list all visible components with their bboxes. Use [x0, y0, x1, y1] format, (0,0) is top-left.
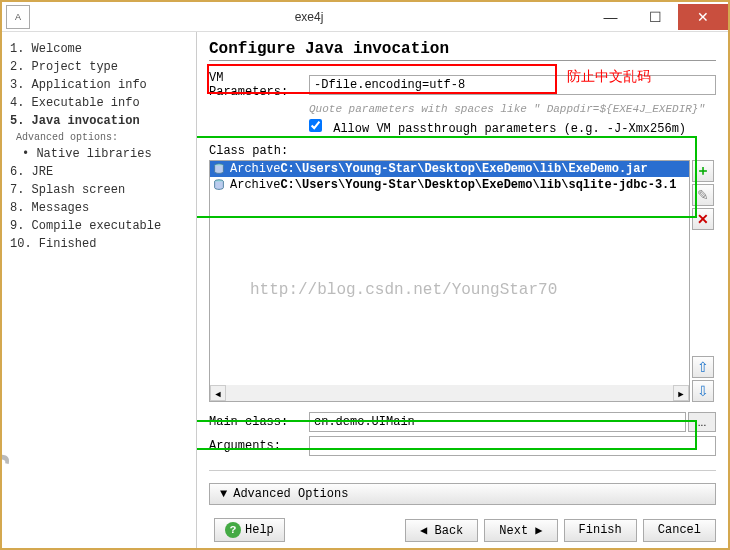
wizard-step-9[interactable]: 9. Compile executable	[6, 217, 192, 235]
close-button[interactable]: ✕	[678, 4, 728, 30]
finish-button[interactable]: Finish	[564, 519, 637, 542]
back-button[interactable]: ◀ Back	[405, 519, 478, 542]
main-class-label: Main class:	[209, 415, 309, 429]
help-button[interactable]: ? Help	[214, 518, 285, 542]
cancel-button[interactable]: Cancel	[643, 519, 716, 542]
move-up-button[interactable]: ⇧	[692, 356, 714, 378]
vm-params-hint: Quote parameters with spaces like " Dapp…	[309, 103, 716, 115]
move-down-button[interactable]: ⇩	[692, 380, 714, 402]
arguments-label: Arguments:	[209, 439, 309, 453]
passthrough-checkbox-label[interactable]: Allow VM passthrough parameters (e.g. -J…	[309, 122, 686, 136]
chevron-down-icon: ▼	[220, 487, 227, 501]
scroll-right-icon[interactable]: ►	[673, 385, 689, 401]
archive-icon	[212, 162, 226, 176]
main-panel: Configure Java invocation 防止中文乱码 VM Para…	[197, 32, 728, 548]
bottom-button-bar: ? Help ◀ Back Next ▶ Finish Cancel	[214, 518, 716, 542]
wizard-substep[interactable]: • Native libraries	[6, 145, 192, 163]
archive-icon	[212, 178, 226, 192]
app-icon: A	[6, 5, 30, 29]
help-icon: ?	[225, 522, 241, 538]
arguments-input[interactable]	[309, 436, 716, 456]
wizard-step-1[interactable]: 1. Welcome	[6, 40, 192, 58]
classpath-item[interactable]: Archive C:\Users\Young-Star\Desktop\ExeD…	[210, 161, 689, 177]
title-bar: A exe4j — ☐ ✕	[2, 2, 728, 32]
advanced-options-label: Advanced options:	[6, 130, 192, 145]
classpath-item[interactable]: Archive C:\Users\Young-Star\Desktop\ExeD…	[210, 177, 689, 193]
horizontal-scrollbar[interactable]: ◄ ►	[210, 385, 689, 401]
watermark-text: http://blog.csdn.net/YoungStar70	[250, 281, 557, 299]
annotation-red-text: 防止中文乱码	[567, 68, 651, 86]
passthrough-checkbox[interactable]	[309, 119, 322, 132]
wizard-step-5[interactable]: 5. Java invocation	[6, 112, 192, 130]
wizard-step-3[interactable]: 3. Application info	[6, 76, 192, 94]
wizard-step-4[interactable]: 4. Executable info	[6, 94, 192, 112]
remove-classpath-button[interactable]: ✕	[692, 208, 714, 230]
help-label: Help	[245, 523, 274, 537]
vm-params-input[interactable]	[309, 75, 716, 95]
classpath-label: Class path:	[209, 144, 716, 158]
edit-classpath-button[interactable]: ✎	[692, 184, 714, 206]
vm-params-label: VM Parameters:	[209, 71, 309, 99]
arrow-right-icon: ▶	[528, 524, 542, 538]
wizard-step-8[interactable]: 8. Messages	[6, 199, 192, 217]
wizard-step-10[interactable]: 10. Finished	[6, 235, 192, 253]
brand-logo: exe4j	[0, 450, 10, 540]
passthrough-text: Allow VM passthrough parameters (e.g. -J…	[333, 122, 686, 136]
wizard-step-2[interactable]: 2. Project type	[6, 58, 192, 76]
page-heading: Configure Java invocation	[209, 40, 716, 61]
browse-main-class-button[interactable]: ...	[688, 412, 716, 432]
arrow-left-icon: ◀	[420, 524, 434, 538]
minimize-button[interactable]: —	[588, 4, 633, 30]
advanced-options-label: Advanced Options	[233, 487, 348, 501]
wizard-steps-sidebar: 1. Welcome2. Project type3. Application …	[2, 32, 197, 548]
scroll-left-icon[interactable]: ◄	[210, 385, 226, 401]
wizard-step-7[interactable]: 7. Splash screen	[6, 181, 192, 199]
advanced-options-button[interactable]: ▼ Advanced Options	[209, 483, 716, 505]
classpath-list[interactable]: Archive C:\Users\Young-Star\Desktop\ExeD…	[209, 160, 690, 402]
add-classpath-button[interactable]: ＋	[692, 160, 714, 182]
maximize-button[interactable]: ☐	[633, 4, 678, 30]
next-button[interactable]: Next ▶	[484, 519, 557, 542]
main-class-input[interactable]	[309, 412, 686, 432]
wizard-step-6[interactable]: 6. JRE	[6, 163, 192, 181]
window-title: exe4j	[30, 10, 588, 24]
